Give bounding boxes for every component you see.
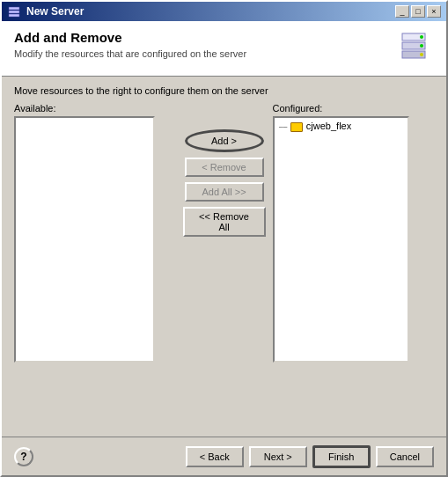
next-button[interactable]: Next > (249, 446, 307, 467)
title-bar: New Server _ □ × (2, 2, 446, 21)
add-all-button[interactable]: Add All >> (185, 182, 264, 202)
add-button[interactable]: Add > (185, 129, 264, 152)
tree-dots: ---- (279, 121, 287, 131)
svg-rect-2 (9, 14, 19, 17)
help-button[interactable]: ? (14, 447, 33, 466)
window-title: New Server (26, 5, 84, 18)
remove-all-button[interactable]: << Remove All (183, 207, 266, 237)
footer: ? < Back Next > Finish Cancel (2, 437, 446, 475)
page-title: Add and Remove (14, 30, 246, 45)
configured-item-name: cjweb_flex (306, 121, 351, 131)
center-buttons: Add > < Remove Add All >> << Remove All (176, 103, 273, 237)
back-button[interactable]: < Back (186, 446, 244, 467)
finish-button[interactable]: Finish (312, 445, 371, 468)
header-section: Add and Remove Modify the resources that… (2, 21, 446, 77)
available-list[interactable] (14, 116, 155, 363)
footer-buttons: < Back Next > Finish Cancel (186, 445, 434, 468)
available-label: Available: (14, 103, 176, 114)
cancel-button[interactable]: Cancel (376, 446, 434, 467)
configured-panel: Configured: ---- cjweb_flex (273, 103, 435, 363)
close-button[interactable]: × (427, 5, 441, 18)
page-subtitle: Modify the resources that are configured… (14, 48, 246, 59)
main-window: New Server _ □ × Add and Remove Modify t… (0, 0, 448, 477)
configured-list[interactable]: ---- cjweb_flex (273, 116, 409, 363)
minimize-button[interactable]: _ (395, 5, 409, 18)
header-text: Add and Remove Modify the resources that… (14, 30, 246, 59)
content-area: Move resources to the right to configure… (2, 77, 446, 437)
svg-rect-0 (9, 7, 19, 10)
available-panel: Available: (14, 103, 176, 363)
configured-label: Configured: (273, 103, 435, 114)
instruction-text: Move resources to the right to configure… (14, 85, 434, 96)
panels-row: Available: Add > < Remove Add All >> << … (14, 103, 434, 428)
remove-button[interactable]: < Remove (185, 158, 264, 177)
svg-point-6 (420, 35, 423, 39)
svg-rect-1 (9, 11, 19, 13)
title-buttons: _ □ × (395, 5, 441, 18)
maximize-button[interactable]: □ (411, 5, 425, 18)
list-item[interactable]: ---- cjweb_flex (276, 120, 406, 132)
server-icon (397, 30, 434, 67)
svg-point-8 (420, 53, 423, 56)
folder-icon (290, 122, 303, 132)
window-icon (7, 4, 21, 18)
svg-point-7 (420, 44, 423, 48)
